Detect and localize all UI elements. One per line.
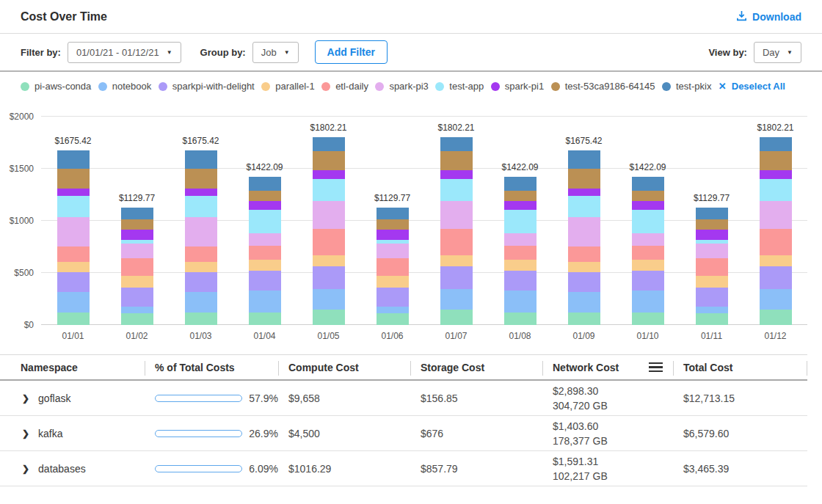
bar-segment-test-53ca9186-64145[interactable] xyxy=(696,219,728,230)
bar-segment-test-53ca9186-64145[interactable] xyxy=(440,151,473,170)
bar-segment-test-app[interactable] xyxy=(440,179,473,201)
bar-segment-sparkpi-with-delight[interactable] xyxy=(504,271,537,291)
bar-segment-sparkpi-with-delight[interactable] xyxy=(313,266,345,290)
legend-item-test-53ca9186-64145[interactable]: test-53ca9186-64145 xyxy=(551,81,655,92)
bar-segment-parallel-1[interactable] xyxy=(568,262,600,272)
bar-segment-parallel-1[interactable] xyxy=(121,276,153,288)
legend-item-etl-daily[interactable]: etl-daily xyxy=(321,81,368,92)
bar-segment-spark-pi3[interactable] xyxy=(632,233,664,246)
bar-segment-spark-pi1[interactable] xyxy=(377,230,409,239)
bar-segment-test-pkix[interactable] xyxy=(696,208,728,219)
bar-segment-spark-pi3[interactable] xyxy=(313,201,345,229)
bar-segment-spark-pi3[interactable] xyxy=(121,244,153,258)
bar-segment-sparkpi-with-delight[interactable] xyxy=(377,288,409,306)
bar-segment-notebook[interactable] xyxy=(568,292,600,313)
bar-segment-spark-pi1[interactable] xyxy=(760,170,792,179)
column-header-network-cost[interactable]: Network Cost xyxy=(542,355,673,379)
bar-segment-spark-pi1[interactable] xyxy=(57,189,90,196)
bar-segment-spark-pi1[interactable] xyxy=(313,170,345,179)
bar-segment-spark-pi3[interactable] xyxy=(249,233,281,246)
bar-segment-spark-pi3[interactable] xyxy=(568,217,600,246)
bar-segment-test-53ca9186-64145[interactable] xyxy=(568,169,600,189)
bar-segment-pi-aws-conda[interactable] xyxy=(504,313,537,325)
bar-segment-test-app[interactable] xyxy=(504,210,537,233)
bar-segment-etl-daily[interactable] xyxy=(377,258,409,276)
bar-segment-test-pkix[interactable] xyxy=(57,150,90,169)
bar-segment-etl-daily[interactable] xyxy=(632,246,664,260)
column-header-namespace[interactable]: Namespace xyxy=(0,355,145,379)
column-header-percent-total[interactable]: % of Total Costs xyxy=(145,355,278,379)
bar-segment-test-53ca9186-64145[interactable] xyxy=(185,169,217,189)
bar-segment-test-pkix[interactable] xyxy=(313,137,345,151)
stacked-bar-01/12[interactable] xyxy=(760,137,792,325)
bar-segment-test-pkix[interactable] xyxy=(568,150,600,169)
bar-segment-parallel-1[interactable] xyxy=(313,255,345,266)
bar-segment-parallel-1[interactable] xyxy=(57,262,90,272)
bar-segment-pi-aws-conda[interactable] xyxy=(568,313,600,325)
bar-segment-parallel-1[interactable] xyxy=(440,255,473,266)
bar-segment-pi-aws-conda[interactable] xyxy=(696,313,728,325)
bar-segment-test-app[interactable] xyxy=(632,210,664,233)
bar-segment-parallel-1[interactable] xyxy=(504,260,537,271)
bar-segment-pi-aws-conda[interactable] xyxy=(377,313,409,325)
stacked-bar-01/03[interactable] xyxy=(185,150,217,325)
legend-item-spark-pi3[interactable]: spark-pi3 xyxy=(375,81,428,92)
bar-segment-etl-daily[interactable] xyxy=(696,258,728,276)
bar-segment-etl-daily[interactable] xyxy=(57,246,90,262)
bar-segment-spark-pi3[interactable] xyxy=(760,201,792,229)
bar-segment-spark-pi1[interactable] xyxy=(504,201,537,211)
bar-segment-test-53ca9186-64145[interactable] xyxy=(760,151,792,170)
bar-segment-test-53ca9186-64145[interactable] xyxy=(504,191,537,201)
bar-segment-etl-daily[interactable] xyxy=(760,229,792,255)
table-row-goflask[interactable]: ❯goflask57.9%$9,658$156.85$2,898.30304,7… xyxy=(0,381,807,416)
deselect-all-button[interactable]: ✕ Deselect All xyxy=(719,81,785,92)
bar-segment-test-pkix[interactable] xyxy=(504,177,537,191)
bar-segment-sparkpi-with-delight[interactable] xyxy=(568,272,600,292)
bar-segment-test-53ca9186-64145[interactable] xyxy=(249,191,281,201)
bar-segment-parallel-1[interactable] xyxy=(185,262,217,272)
legend-item-notebook[interactable]: notebook xyxy=(98,81,152,92)
bar-segment-notebook[interactable] xyxy=(185,292,217,313)
bar-segment-pi-aws-conda[interactable] xyxy=(57,313,90,325)
table-row-databases[interactable]: ❯databases6.09%$1016.29$857.79$1,591.311… xyxy=(0,451,807,486)
bar-segment-test-53ca9186-64145[interactable] xyxy=(121,219,153,230)
bar-segment-spark-pi1[interactable] xyxy=(632,201,664,211)
bar-segment-pi-aws-conda[interactable] xyxy=(760,310,792,325)
stacked-bar-01/01[interactable] xyxy=(57,150,90,325)
stacked-bar-01/06[interactable] xyxy=(377,208,409,325)
bar-segment-test-app[interactable] xyxy=(249,210,281,233)
bar-segment-test-53ca9186-64145[interactable] xyxy=(377,219,409,230)
legend-item-parallel-1[interactable]: parallel-1 xyxy=(261,81,314,92)
bar-segment-pi-aws-conda[interactable] xyxy=(313,310,345,325)
bar-segment-etl-daily[interactable] xyxy=(185,246,217,262)
legend-item-pi-aws-conda[interactable]: pi-aws-conda xyxy=(21,81,91,92)
bar-segment-parallel-1[interactable] xyxy=(377,276,409,288)
bar-segment-spark-pi3[interactable] xyxy=(504,233,537,246)
bar-segment-test-app[interactable] xyxy=(185,196,217,217)
legend-item-sparkpi-with-delight[interactable]: sparkpi-with-delight xyxy=(159,81,255,92)
bar-segment-notebook[interactable] xyxy=(377,307,409,313)
stacked-bar-01/08[interactable] xyxy=(504,177,537,325)
bar-segment-test-53ca9186-64145[interactable] xyxy=(632,191,664,201)
bar-segment-notebook[interactable] xyxy=(121,307,153,313)
bar-segment-notebook[interactable] xyxy=(760,289,792,310)
bar-segment-pi-aws-conda[interactable] xyxy=(249,313,281,325)
bar-segment-etl-daily[interactable] xyxy=(121,258,153,276)
stacked-bar-01/05[interactable] xyxy=(313,137,345,325)
bar-segment-etl-daily[interactable] xyxy=(568,246,600,262)
bar-segment-spark-pi1[interactable] xyxy=(121,230,153,239)
bar-segment-test-pkix[interactable] xyxy=(185,150,217,169)
stacked-bar-01/11[interactable] xyxy=(696,208,728,325)
bar-segment-spark-pi3[interactable] xyxy=(185,217,217,246)
bar-segment-spark-pi3[interactable] xyxy=(57,217,90,246)
bar-segment-pi-aws-conda[interactable] xyxy=(185,313,217,325)
bar-segment-pi-aws-conda[interactable] xyxy=(440,310,473,325)
bar-segment-spark-pi1[interactable] xyxy=(185,189,217,196)
bar-segment-pi-aws-conda[interactable] xyxy=(632,313,664,325)
bar-segment-test-pkix[interactable] xyxy=(760,137,792,151)
download-button[interactable]: Download xyxy=(736,10,801,23)
bar-segment-test-app[interactable] xyxy=(568,196,600,217)
bar-segment-sparkpi-with-delight[interactable] xyxy=(760,266,792,290)
column-header-compute-cost[interactable]: Compute Cost xyxy=(278,355,410,379)
bar-segment-test-pkix[interactable] xyxy=(632,177,664,191)
